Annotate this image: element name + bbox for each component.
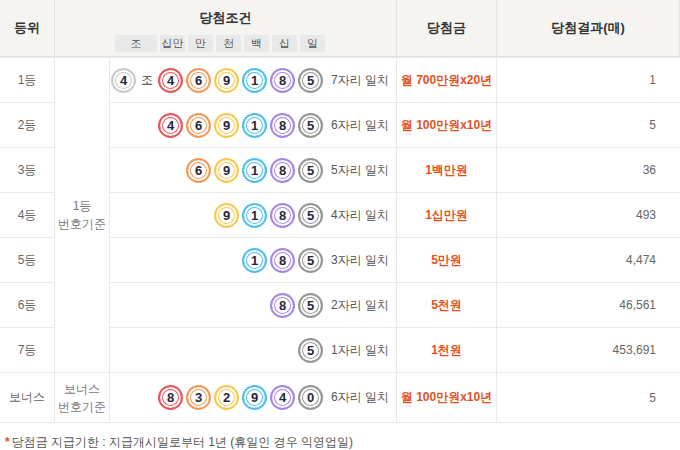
prize-cell: 월 100만원x10년 xyxy=(397,372,497,422)
condition-cell: 4691856자리 일치 xyxy=(110,102,397,147)
ball-number: 1 xyxy=(251,163,258,178)
number-ball: 8 xyxy=(270,113,295,138)
ball-number: 8 xyxy=(279,73,286,88)
match-label: 3자리 일치 xyxy=(325,252,396,269)
results-table: 등위 당첨조건 조십만만천백십일 당첨금 당첨결과(매) 1등 번호기준 보너스… xyxy=(0,0,680,423)
ball-number: 1 xyxy=(251,73,258,88)
ball-number: 9 xyxy=(223,163,230,178)
ball-number: 1 xyxy=(251,253,258,268)
ball-number: 3 xyxy=(195,390,202,405)
footnote-mark: * xyxy=(5,435,10,449)
ball-number: 5 xyxy=(307,343,314,358)
number-ball: 0 xyxy=(298,385,323,410)
number-ball: 8 xyxy=(158,385,183,410)
condition-cell: 691855자리 일치 xyxy=(110,147,397,192)
ball-number: 8 xyxy=(279,208,286,223)
rank-cell: 1등 xyxy=(0,57,55,102)
number-ball: 9 xyxy=(214,158,239,183)
number-ball: 8 xyxy=(270,158,295,183)
ball-number: 9 xyxy=(223,118,230,133)
position-box: 만 xyxy=(188,35,213,52)
number-ball: 5 xyxy=(298,293,323,318)
rank-cell: 4등 xyxy=(0,192,55,237)
header-result: 당첨결과(매) xyxy=(497,0,680,57)
number-ball: 8 xyxy=(270,248,295,273)
ball-number: 6 xyxy=(195,163,202,178)
condition-cell: 8329406자리 일치 xyxy=(110,372,397,422)
ball-strip: 469185 xyxy=(110,113,325,138)
count-cell: 493 xyxy=(497,192,680,237)
number-ball: 4 xyxy=(158,68,183,93)
condition-cell: 91854자리 일치 xyxy=(110,192,397,237)
number-ball: 9 xyxy=(214,113,239,138)
number-ball: 3 xyxy=(186,385,211,410)
ball-strip: 5 xyxy=(110,338,325,363)
number-ball: 9 xyxy=(242,385,267,410)
number-ball: 5 xyxy=(298,248,323,273)
match-label: 1자리 일치 xyxy=(325,342,396,359)
ball-strip: 4조469185 xyxy=(110,68,325,93)
condition-cell: 1853자리 일치 xyxy=(110,237,397,282)
prize-cell: 월 700만원x20년 xyxy=(397,57,497,102)
ball-number: 5 xyxy=(307,118,314,133)
rank-cell: 5등 xyxy=(0,237,55,282)
number-ball: 5 xyxy=(298,203,323,228)
number-ball: 1 xyxy=(242,203,267,228)
ball-number: 8 xyxy=(279,118,286,133)
number-ball: 8 xyxy=(270,68,295,93)
header-condition: 당첨조건 조십만만천백십일 xyxy=(55,0,397,57)
condition-cell: 4조4691857자리 일치 xyxy=(110,57,397,102)
header-prize: 당첨금 xyxy=(397,0,497,57)
position-box: 조 xyxy=(115,35,157,52)
number-ball: 9 xyxy=(214,203,239,228)
prize-cell: 5천원 xyxy=(397,282,497,327)
ball-number: 9 xyxy=(251,390,258,405)
basis-first-line1: 1등 xyxy=(73,197,92,215)
position-box: 일 xyxy=(300,35,325,52)
prize-cell: 5만원 xyxy=(397,237,497,282)
ball-number: 4 xyxy=(279,390,286,405)
ball-number: 8 xyxy=(167,390,174,405)
prize-cell: 1천원 xyxy=(397,327,497,372)
number-ball: 1 xyxy=(242,113,267,138)
footnote-text: 당첨금 지급기한 : 지급개시일로부터 1년 (휴일인 경우 익영업일) xyxy=(12,435,353,449)
ball-number: 9 xyxy=(223,208,230,223)
ball-number: 4 xyxy=(167,73,174,88)
header-condition-title: 당첨조건 xyxy=(55,0,396,35)
number-ball: 9 xyxy=(214,68,239,93)
number-ball: 5 xyxy=(298,68,323,93)
position-box: 천 xyxy=(216,35,241,52)
ball-number: 9 xyxy=(223,73,230,88)
rank-cell: 6등 xyxy=(0,282,55,327)
number-ball: 1 xyxy=(242,68,267,93)
basis-first-line2: 번호기준 xyxy=(58,215,106,233)
number-ball: 4 xyxy=(270,385,295,410)
number-ball: 8 xyxy=(270,293,295,318)
rank-cell: 3등 xyxy=(0,147,55,192)
ball-number: 1 xyxy=(251,118,258,133)
footnote: *당첨금 지급기한 : 지급개시일로부터 1년 (휴일인 경우 익영업일) xyxy=(5,434,680,450)
prize-cell: 1십만원 xyxy=(397,192,497,237)
count-cell: 5 xyxy=(497,372,680,422)
ball-number: 1 xyxy=(251,208,258,223)
position-box: 십만 xyxy=(160,35,185,52)
position-box: 십 xyxy=(272,35,297,52)
ball-number: 6 xyxy=(195,73,202,88)
match-label: 5자리 일치 xyxy=(325,162,396,179)
position-box: 백 xyxy=(244,35,269,52)
number-ball: 1 xyxy=(242,248,267,273)
number-ball: 6 xyxy=(186,113,211,138)
ball-number: 4 xyxy=(167,118,174,133)
basis-bonus-line2: 번호기준 xyxy=(58,398,106,416)
basis-bonus-line1: 보너스 xyxy=(64,380,100,398)
prize-cell: 월 100만원x10년 xyxy=(397,102,497,147)
match-label: 2자리 일치 xyxy=(325,297,396,314)
count-cell: 4,474 xyxy=(497,237,680,282)
basis-first-rank: 1등 번호기준 xyxy=(55,57,110,372)
rank-cell: 2등 xyxy=(0,102,55,147)
ball-number: 5 xyxy=(307,163,314,178)
ball-number: 8 xyxy=(279,298,286,313)
number-ball: 6 xyxy=(186,68,211,93)
match-label: 4자리 일치 xyxy=(325,207,396,224)
ball-strip: 9185 xyxy=(110,203,325,228)
